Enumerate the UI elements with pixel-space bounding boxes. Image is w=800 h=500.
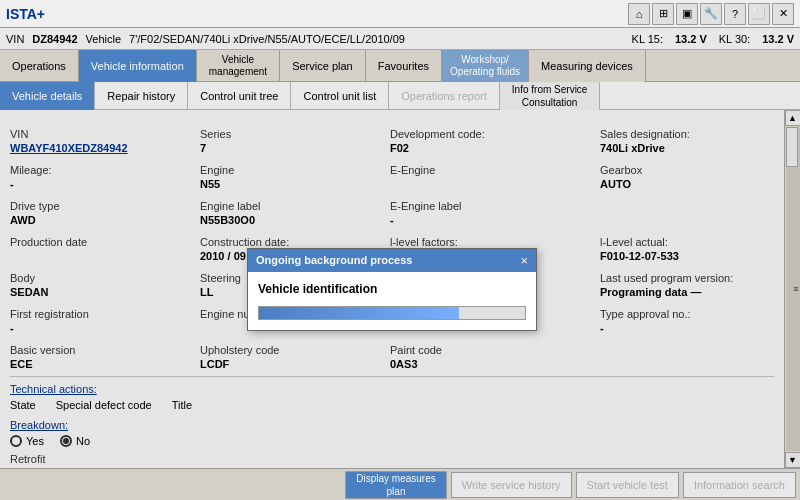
tab-measuring-devices[interactable]: Measuring devices	[529, 50, 646, 82]
tab-operations[interactable]: Operations	[0, 50, 79, 82]
help-icon[interactable]: ?	[724, 3, 746, 25]
subtab-repair-history[interactable]: Repair history	[95, 82, 188, 110]
sub-tabs: Vehicle details Repair history Control u…	[0, 82, 800, 110]
information-search-button[interactable]: Information search	[683, 472, 796, 498]
kl-values: KL 15: 13.2 V KL 30: 13.2 V	[632, 33, 794, 45]
menu-icon: ≡	[793, 284, 798, 294]
start-vehicle-test-button[interactable]: Start vehicle test	[576, 472, 679, 498]
subtab-control-unit-tree[interactable]: Control unit tree	[188, 82, 291, 110]
modal-title-text: Ongoing background process	[256, 254, 412, 266]
vehicle-bar: VIN DZ84942 Vehicle 7'/F02/SEDAN/740Li x…	[0, 28, 800, 50]
vehicle-value: 7'/F02/SEDAN/740Li xDrive/N55/AUTO/ECE/L…	[129, 33, 405, 45]
kl30-value: 13.2 V	[762, 33, 794, 45]
subtab-operations-report: Operations report	[389, 82, 500, 110]
main-content: VIN WBAYF410XEDZ84942 Series 7 Developme…	[0, 110, 800, 468]
nav-tabs: Operations Vehicle information Vehiclema…	[0, 50, 800, 82]
modal-overlay: Ongoing background process × Vehicle ide…	[0, 110, 784, 468]
scrollbar: ▲ ≡ ▼	[784, 110, 800, 468]
tab-vehicle-management[interactable]: Vehiclemanagement	[197, 50, 280, 82]
display-measures-plan-button[interactable]: Display measuresplan	[345, 471, 446, 499]
vin-value: DZ84942	[32, 33, 77, 45]
bottom-bar: Display measuresplan Write service histo…	[0, 468, 800, 500]
tab-vehicle-information[interactable]: Vehicle information	[79, 50, 197, 82]
close-icon[interactable]: ✕	[772, 3, 794, 25]
top-bar: ISTA+ ⌂ ⊞ ▣ 🔧 ? ⬜ ✕	[0, 0, 800, 28]
wrench-icon[interactable]: 🔧	[700, 3, 722, 25]
tab-workshop[interactable]: Workshop/Operating fluids	[442, 50, 529, 82]
modal-close-button[interactable]: ×	[520, 253, 528, 268]
kl30-label: KL 30:	[719, 33, 750, 45]
subtab-vehicle-details[interactable]: Vehicle details	[0, 82, 95, 110]
tab-service-plan[interactable]: Service plan	[280, 50, 366, 82]
kl15-label: KL 15:	[632, 33, 663, 45]
vehicle-label: Vehicle	[86, 33, 121, 45]
scroll-track[interactable]: ≡	[786, 127, 800, 451]
scroll-thumb[interactable]	[786, 127, 798, 167]
home-icon[interactable]: ⌂	[628, 3, 650, 25]
tab-favourites[interactable]: Favourites	[366, 50, 442, 82]
progress-bar-fill	[259, 307, 459, 319]
image-icon[interactable]: ▣	[676, 3, 698, 25]
vin-label: VIN	[6, 33, 24, 45]
grid-icon[interactable]: ⊞	[652, 3, 674, 25]
top-icons: ⌂ ⊞ ▣ 🔧 ? ⬜ ✕	[628, 3, 794, 25]
progress-bar-container	[258, 306, 526, 320]
window-icon[interactable]: ⬜	[748, 3, 770, 25]
write-service-history-button[interactable]: Write service history	[451, 472, 572, 498]
modal-header: Ongoing background process ×	[248, 249, 536, 272]
modal-body: Vehicle identification	[248, 272, 536, 330]
modal-body-title: Vehicle identification	[258, 282, 526, 296]
modal-dialog: Ongoing background process × Vehicle ide…	[247, 248, 537, 331]
subtab-control-unit-list[interactable]: Control unit list	[291, 82, 389, 110]
scroll-up-button[interactable]: ▲	[785, 110, 801, 126]
kl15-value: 13.2 V	[675, 33, 707, 45]
subtab-info-service[interactable]: Info from ServiceConsultation	[500, 82, 601, 110]
app-title: ISTA+	[6, 6, 45, 22]
content-area: VIN WBAYF410XEDZ84942 Series 7 Developme…	[0, 110, 784, 468]
scroll-down-button[interactable]: ▼	[785, 452, 801, 468]
